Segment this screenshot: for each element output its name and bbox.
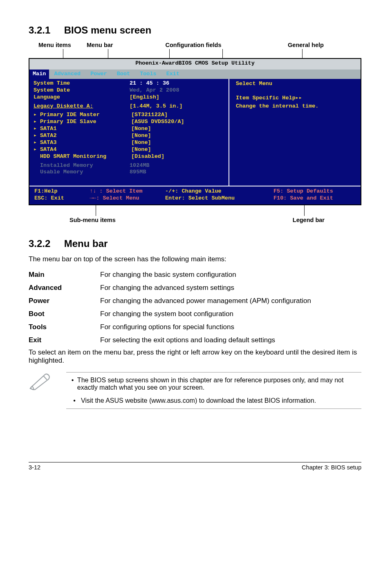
legend-select-menu: →←: Select Menu — [90, 195, 165, 202]
submenu-row[interactable]: ▸Primary IDE Slave [ASUS DVDS520/A] — [29, 119, 229, 126]
submenu-value: [None] — [130, 139, 151, 146]
info-label: Usable Memory — [29, 169, 130, 176]
callouts-top: Menu items Menu bar Configuration fields… — [29, 42, 361, 48]
tab-boot[interactable]: Boot — [112, 70, 135, 79]
submenu-indicator-icon: ▸ — [34, 119, 40, 126]
submenu-row[interactable]: ▸SATA2 [None] — [29, 132, 229, 139]
menu-key: Boot — [29, 307, 100, 321]
submenu-row[interactable]: ▸Primary IDE Master [ST321122A] — [29, 112, 229, 119]
submenu-label: Primary IDE Slave — [40, 119, 96, 125]
menu-key: Power — [29, 294, 100, 307]
table-row: ExitFor selecting the exit options and l… — [29, 334, 361, 347]
field-label: Legacy Diskette A: — [29, 103, 130, 110]
field-value: [1.44M, 3.5 in.] — [130, 103, 183, 110]
submenu-label: SATA1 — [40, 126, 57, 132]
menu-desc: For selecting the exit options and loadi… — [100, 334, 361, 347]
submenu-label: SATA2 — [40, 132, 57, 139]
note-text: Visit the ASUS website (www.asus.com) to… — [81, 397, 316, 404]
menu-desc: For changing the advanced system setting… — [100, 281, 361, 294]
callout-menu-items: Menu items — [38, 42, 87, 48]
submenu-indicator-icon: ▸ — [34, 126, 40, 132]
bios-left-panel: System Time 21 : 45 : 36 System Date Wed… — [29, 79, 229, 186]
submenu-label: HDD SMART Monitoring — [40, 153, 106, 159]
tab-power[interactable]: Power — [85, 70, 112, 79]
submenu-row[interactable]: ▸SATA1 [None] — [29, 126, 229, 132]
submenu-value: [None] — [130, 146, 151, 153]
legend-select-item: ↑↓ : Select Item — [90, 188, 165, 195]
submenu-indicator-icon: ▸ — [34, 139, 40, 146]
submenu-value: [Disabled] — [130, 153, 164, 160]
tab-main[interactable]: Main — [29, 70, 49, 79]
field-value: Wed, Apr 2 2008 — [130, 87, 179, 94]
submenu-label: SATA4 — [40, 146, 57, 153]
tab-advanced[interactable]: Advanced — [49, 70, 85, 79]
section-heading: 3.2.1 BIOS menu screen — [29, 25, 361, 36]
section-number: 3.2.1 — [29, 25, 61, 36]
field-label: System Time — [29, 80, 130, 87]
field-row[interactable]: System Date Wed, Apr 2 2008 — [29, 87, 229, 94]
field-row[interactable]: Legacy Diskette A: [1.44M, 3.5 in.] — [29, 103, 229, 110]
menu-bar-table: MainFor changing the basic system config… — [29, 268, 361, 347]
submenu-indicator-icon: ▸ — [34, 146, 40, 153]
info-row: Usable Memory 895MB — [29, 169, 229, 176]
bios-title: Phoenix-AwardBIOS CMOS Setup Utility — [29, 59, 361, 70]
bios-screen: Phoenix-AwardBIOS CMOS Setup Utility Mai… — [29, 58, 361, 205]
section-heading: 3.2.2 Menu bar — [29, 238, 361, 249]
submenu-value: [ASUS DVDS520/A] — [130, 119, 184, 126]
menu-key: Tools — [29, 321, 100, 334]
pencil-note-icon — [29, 372, 66, 409]
submenu-row[interactable]: ▸SATA3 [None] — [29, 139, 229, 146]
page-footer: 3-12 Chapter 3: BIOS setup — [29, 462, 361, 471]
menu-desc: For changing the basic system configurat… — [100, 268, 361, 281]
bios-legend-bar: F1:Help ESC: Exit ↑↓ : Select Item →←: S… — [29, 186, 361, 204]
submenu-indicator-icon: ▸ — [34, 132, 40, 139]
help-body: Change the internal time. — [236, 103, 356, 110]
page-number: 3-12 — [29, 464, 302, 471]
bios-menubar: Main Advanced Power Boot Tools Exit — [29, 70, 361, 79]
callout-ticks-bottom — [38, 205, 361, 217]
callout-menu-bar: Menu bar — [87, 42, 137, 48]
info-value: 895MB — [130, 169, 146, 176]
callout-legend: Legend bar — [143, 217, 361, 223]
field-label: Language — [29, 94, 130, 101]
menu-desc: For configuring options for special func… — [100, 321, 361, 334]
note-item: •Visit the ASUS website (www.asus.com) t… — [68, 397, 360, 404]
legend-change-value: -/+: Change Value — [165, 188, 273, 195]
menu-key: Main — [29, 268, 100, 281]
table-row: AdvancedFor changing the advanced system… — [29, 281, 361, 294]
menu-desc: For changing the advanced power manageme… — [100, 294, 361, 307]
info-row: Installed Memory 1024MB — [29, 162, 229, 169]
submenu-label: Primary IDE Master — [40, 112, 100, 118]
bios-help-panel: Select Menu Item Specific Help▸▸ Change … — [229, 79, 361, 186]
legend-f1: F1:Help — [34, 188, 90, 195]
callout-general-help: General help — [250, 42, 361, 48]
table-row: ToolsFor configuring options for special… — [29, 321, 361, 334]
menu-key: Exit — [29, 334, 100, 347]
table-row: BootFor changing the system boot configu… — [29, 307, 361, 321]
section-title: Menu bar — [64, 238, 108, 249]
submenu-row[interactable]: HDD SMART Monitoring [Disabled] — [29, 153, 229, 160]
help-specific: Item Specific Help▸▸ — [236, 95, 356, 102]
submenu-value: [None] — [130, 132, 151, 139]
tab-exit[interactable]: Exit — [161, 70, 184, 79]
notes-block: •The BIOS setup screens shown in this ch… — [29, 372, 361, 409]
menu-key: Advanced — [29, 281, 100, 294]
field-label: System Date — [29, 87, 130, 94]
field-row[interactable]: Language [English] — [29, 94, 229, 101]
callouts-bottom: Sub-menu items Legend bar — [29, 217, 361, 223]
field-value: 21 : 45 : 36 — [130, 80, 169, 87]
tab-tools[interactable]: Tools — [135, 70, 161, 79]
callout-config-fields: Configuration fields — [137, 42, 250, 48]
submenu-row[interactable]: ▸SATA4 [None] — [29, 146, 229, 153]
note-text: The BIOS setup screens shown in this cha… — [77, 377, 360, 391]
table-row: PowerFor changing the advanced power man… — [29, 294, 361, 307]
section-title: BIOS menu screen — [64, 25, 151, 36]
submenu-indicator-icon: ▸ — [34, 112, 40, 119]
intro-text: The menu bar on top of the screen has th… — [29, 255, 361, 263]
after-table-text: To select an item on the menu bar, press… — [29, 348, 361, 365]
field-value: [English] — [130, 94, 159, 101]
info-label: Installed Memory — [29, 162, 130, 169]
field-row[interactable]: System Time 21 : 45 : 36 — [29, 80, 229, 87]
legend-esc: ESC: Exit — [34, 195, 90, 202]
legend-f5: F5: Setup Defaults — [273, 188, 356, 195]
